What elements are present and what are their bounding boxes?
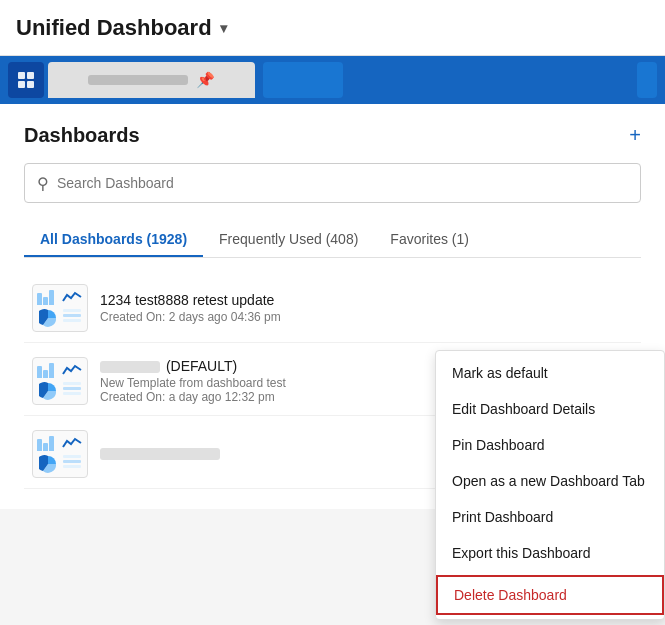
blurred-row-name	[100, 448, 220, 460]
chevron-down-icon[interactable]: ▾	[220, 20, 227, 36]
list-item[interactable]: 1234 test8888 retest update Created On: …	[24, 274, 641, 343]
tab-frequently-used[interactable]: Frequently Used (408)	[203, 223, 374, 257]
header-title-group: Unified Dashboard ▾	[16, 15, 227, 41]
add-dashboard-button[interactable]: +	[629, 124, 641, 147]
dashboard-view-icon-btn[interactable]	[8, 62, 44, 98]
dashboard-thumbnail	[32, 284, 88, 332]
section-title: Dashboards	[24, 124, 140, 147]
tab-all-dashboards[interactable]: All Dashboards (1928)	[24, 223, 203, 257]
svg-rect-2	[18, 81, 25, 88]
dashboard-thumbnail	[32, 357, 88, 405]
toolbar-tab[interactable]: 📌	[48, 62, 255, 98]
svg-rect-3	[27, 81, 34, 88]
toolbar: 📌	[0, 56, 665, 104]
dashboard-info: 1234 test8888 retest update Created On: …	[100, 292, 633, 324]
svg-rect-0	[18, 72, 25, 79]
svg-rect-1	[27, 72, 34, 79]
context-menu-mark-default[interactable]: Mark as default	[436, 355, 664, 391]
dashboard-name: 1234 test8888 retest update	[100, 292, 633, 308]
app-header: Unified Dashboard ▾	[0, 0, 665, 56]
tabs-bar: All Dashboards (1928) Frequently Used (4…	[24, 223, 641, 258]
context-menu-edit-details[interactable]: Edit Dashboard Details	[436, 391, 664, 427]
search-icon: ⚲	[37, 174, 49, 193]
section-header: Dashboards +	[24, 124, 641, 147]
context-menu: Mark as default Edit Dashboard Details P…	[435, 350, 665, 620]
search-input[interactable]	[57, 175, 628, 191]
tab-text-placeholder	[88, 75, 188, 85]
pin-icon[interactable]: 📌	[196, 71, 215, 89]
context-menu-print-dashboard[interactable]: Print Dashboard	[436, 499, 664, 535]
context-menu-delete-dashboard[interactable]: Delete Dashboard	[436, 575, 664, 615]
toolbar-end-btn[interactable]	[637, 62, 657, 98]
context-menu-open-new-tab[interactable]: Open as a new Dashboard Tab	[436, 463, 664, 499]
context-menu-export-dashboard[interactable]: Export this Dashboard	[436, 535, 664, 571]
toolbar-right-btn[interactable]	[263, 62, 343, 98]
dashboard-thumbnail	[32, 430, 88, 478]
blurred-name-placeholder	[100, 361, 160, 373]
dashboard-meta: Created On: 2 days ago 04:36 pm	[100, 310, 633, 324]
search-bar: ⚲	[24, 163, 641, 203]
context-menu-pin-dashboard[interactable]: Pin Dashboard	[436, 427, 664, 463]
grid-icon	[16, 70, 36, 90]
tab-favorites[interactable]: Favorites (1)	[374, 223, 485, 257]
app-title: Unified Dashboard	[16, 15, 212, 41]
